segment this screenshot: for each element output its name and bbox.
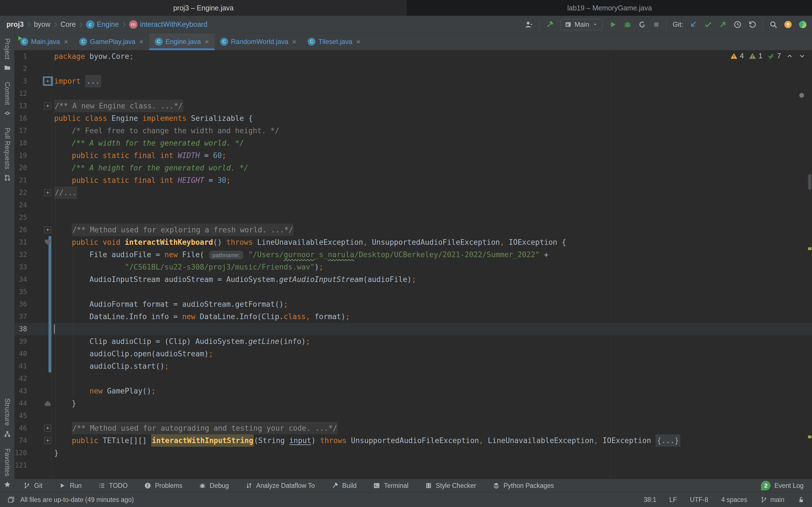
- code-editor[interactable]: 1package byow.Core;23import ...1213/** A…: [15, 50, 812, 479]
- code-line-24[interactable]: 24: [15, 199, 812, 211]
- line-number[interactable]: 1: [15, 50, 27, 62]
- analysis-status-dot[interactable]: [799, 93, 804, 98]
- git-update-icon[interactable]: [689, 20, 698, 29]
- line-number[interactable]: 121: [15, 459, 27, 471]
- code-line-74[interactable]: 74 public TETile[][] interactWithInputSt…: [15, 434, 812, 447]
- line-number[interactable]: 35: [15, 286, 27, 298]
- line-number[interactable]: 20: [15, 162, 27, 174]
- tab-main-java[interactable]: CMain.java×: [15, 33, 73, 50]
- encoding-widget[interactable]: UTF-8: [690, 496, 708, 504]
- git-commit-check-icon[interactable]: [704, 20, 712, 29]
- tool-stripe-pull-requests[interactable]: Pull Requests: [3, 128, 11, 181]
- git-push-icon[interactable]: [719, 20, 727, 29]
- close-icon[interactable]: ×: [356, 38, 361, 45]
- fold-expand-icon[interactable]: [44, 78, 51, 84]
- close-icon[interactable]: ×: [64, 38, 68, 45]
- chevron-down-icon[interactable]: [799, 52, 806, 60]
- line-number[interactable]: 24: [15, 199, 27, 211]
- code-line-36[interactable]: 36 AudioFormat format = audioStream.getF…: [15, 298, 812, 311]
- line-number[interactable]: 2: [15, 62, 27, 75]
- fold-expand-icon[interactable]: [44, 425, 51, 432]
- line-number[interactable]: 21: [15, 174, 27, 186]
- toolwindow-button-build[interactable]: Build: [331, 482, 357, 490]
- code-line-31[interactable]: 31 public void interactWithKeyboard() th…: [15, 236, 812, 248]
- toolwindow-button-todo[interactable]: TODO: [98, 482, 128, 490]
- line-number[interactable]: 31: [15, 236, 27, 248]
- code-line-13[interactable]: 13/** A new Engine class. ...*/: [15, 100, 812, 112]
- code-line-43[interactable]: 43 new GamePlay();: [15, 385, 812, 397]
- line-number[interactable]: 74: [15, 434, 27, 447]
- line-number[interactable]: 32: [15, 248, 27, 261]
- code-line-12[interactable]: 12: [15, 87, 812, 100]
- code-line-22[interactable]: 22//...: [15, 186, 812, 199]
- line-number[interactable]: 12: [15, 87, 27, 100]
- line-separator-widget[interactable]: LF: [669, 496, 677, 504]
- code-line-121[interactable]: 121: [15, 459, 812, 471]
- line-number[interactable]: 46: [15, 422, 27, 434]
- code-line-16[interactable]: 16public class Engine implements Seriali…: [15, 112, 812, 124]
- code-line-3[interactable]: 3import ...: [15, 75, 812, 87]
- line-number[interactable]: 36: [15, 298, 27, 311]
- tab-engine-java[interactable]: CEngine.java×: [149, 33, 214, 50]
- line-number[interactable]: 40: [15, 348, 27, 360]
- unlock-icon[interactable]: [797, 496, 805, 503]
- coverage-icon[interactable]: [638, 20, 647, 29]
- breadcrumb-item-proj3[interactable]: proj3: [5, 20, 25, 29]
- scrollbar-thumb[interactable]: [808, 174, 811, 190]
- code-line-37[interactable]: 37 DataLine.Info info = new DataLine.Inf…: [15, 311, 812, 323]
- fold-expand-icon[interactable]: [44, 103, 51, 109]
- toolwindow-button-analyze-dataflow-to[interactable]: Analyze Dataflow To: [245, 482, 315, 490]
- error-stripe-warning-mark[interactable]: [808, 247, 811, 250]
- chevron-up-icon[interactable]: [786, 52, 794, 60]
- person-icon[interactable]: [524, 20, 533, 29]
- toolwindow-button-problems[interactable]: Problems: [144, 482, 183, 490]
- tab-randomworld-java[interactable]: CRandomWorld.java×: [214, 33, 302, 50]
- line-number[interactable]: 44: [15, 397, 27, 409]
- tool-stripe-project[interactable]: Project: [3, 38, 11, 71]
- update-orb-icon[interactable]: [784, 20, 792, 29]
- code-line-26[interactable]: 26 /** Method used for exploring a fresh…: [15, 224, 812, 236]
- tool-stripe-favorites[interactable]: Favorites: [3, 448, 11, 488]
- code-line-34[interactable]: 34 AudioInputStream audioStream = AudioS…: [15, 273, 812, 286]
- code-line-19[interactable]: 19 public static final int WIDTH = 60;: [15, 149, 812, 162]
- code-line-46[interactable]: 46 /** Method used for autograding and t…: [15, 422, 812, 434]
- history-icon[interactable]: [733, 20, 742, 29]
- stop-icon[interactable]: [653, 21, 660, 28]
- code-line-21[interactable]: 21 public static final int HEIGHT = 30;: [15, 174, 812, 186]
- toolwindow-button-git[interactable]: Git: [23, 482, 42, 490]
- code-line-1[interactable]: 1package byow.Core;: [15, 50, 812, 62]
- line-number[interactable]: 19: [15, 149, 27, 162]
- breadcrumb-item-engine[interactable]: cEngine: [85, 20, 120, 29]
- fold-expand-icon[interactable]: [44, 437, 51, 444]
- caret-position-widget[interactable]: 38:1: [644, 496, 656, 504]
- code-line-39[interactable]: 39 Clip audioClip = (Clip) AudioSystem.g…: [15, 335, 812, 348]
- code-line-44[interactable]: 44 }: [15, 397, 812, 409]
- line-number[interactable]: 34: [15, 273, 27, 286]
- close-icon[interactable]: ×: [292, 38, 297, 45]
- line-number[interactable]: 41: [15, 360, 27, 372]
- fold-expand-icon[interactable]: [44, 189, 51, 196]
- line-number[interactable]: 43: [15, 385, 27, 397]
- line-number[interactable]: 120: [15, 447, 27, 459]
- line-number[interactable]: 22: [15, 186, 27, 199]
- toolwindow-button-python-packages[interactable]: Python Packages: [493, 482, 554, 490]
- code-line-2[interactable]: 2: [15, 62, 812, 75]
- breadcrumb-item-byow[interactable]: byow: [33, 20, 52, 29]
- code-line-33[interactable]: 33 "/CS61BL/su22-s308/proj3/music/Friend…: [15, 261, 812, 273]
- run-configuration-dropdown[interactable]: Main: [560, 19, 603, 30]
- line-number[interactable]: 26: [15, 224, 27, 236]
- toolwindow-button-debug[interactable]: Debug: [199, 482, 229, 490]
- line-number[interactable]: 25: [15, 211, 27, 224]
- code-line-41[interactable]: 41 audioClip.start();: [15, 360, 812, 372]
- line-number[interactable]: 17: [15, 124, 27, 137]
- close-icon[interactable]: ×: [205, 38, 209, 45]
- code-line-25[interactable]: 25: [15, 211, 812, 224]
- code-line-45[interactable]: 45: [15, 409, 812, 422]
- code-line-32[interactable]: 32 File audioFile = new File( pathname: …: [15, 248, 812, 261]
- code-line-35[interactable]: 35: [15, 286, 812, 298]
- code-line-17[interactable]: 17 /* Feel free to change the width and …: [15, 124, 812, 137]
- line-number[interactable]: 38: [15, 323, 27, 335]
- code-line-120[interactable]: 120}: [15, 447, 812, 459]
- line-number[interactable]: 13: [15, 100, 27, 112]
- rollback-icon[interactable]: [748, 20, 756, 29]
